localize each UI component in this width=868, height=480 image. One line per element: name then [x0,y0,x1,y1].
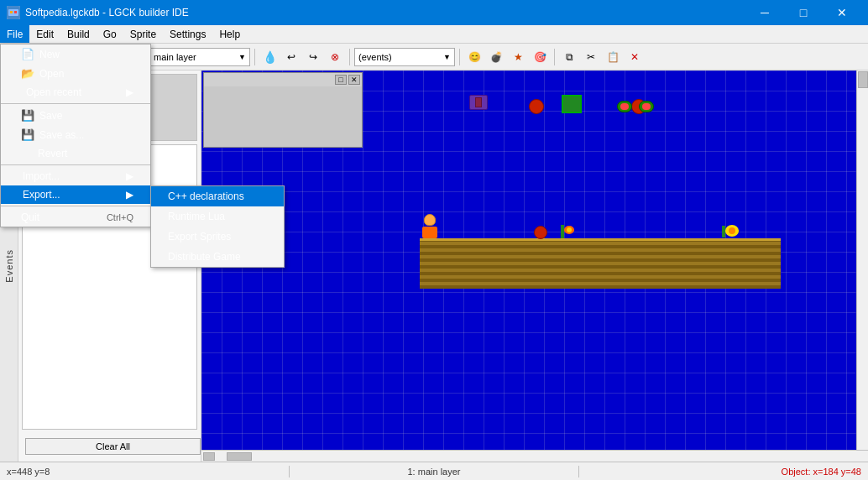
save-as-icon: 💾 [21,128,34,141]
scroll-thumb-h[interactable] [227,452,252,461]
status-coordinates: x=448 y=8 [7,467,282,477]
paste-icon: 📋 [607,51,620,63]
sprite-watermelon2 [638,99,655,114]
sprite-flower2 [722,222,739,242]
star-icon: ★ [514,51,523,63]
menu-export-sprites[interactable]: Export Sprites [151,227,284,247]
menu-help[interactable]: Help [212,25,247,43]
target-icon: 🎯 [534,51,546,63]
menu-go[interactable]: Go [97,25,123,43]
events-dropdown[interactable]: (events) ▼ [354,48,455,66]
sep3 [1,206,150,206]
toolbar-undo-btn[interactable]: ↩ [281,47,301,67]
svg-rect-1 [8,9,18,16]
bomb-icon: 💣 [490,51,503,63]
events-label: Events [4,249,14,283]
export-arrow: ▶ [126,189,133,201]
game-canvas[interactable]: □ ✕ [201,70,868,450]
menu-open[interactable]: 📂 Open [1,64,150,83]
minimize-button[interactable]: ─ [745,0,784,25]
toolbar-paste-btn[interactable]: 📋 [603,47,623,67]
menu-export[interactable]: Export... ▶ [1,185,150,204]
undo-icon: ↩ [287,51,295,63]
svg-rect-2 [10,11,13,13]
menu-quit[interactable]: QuitCtrl+Q [1,208,150,227]
menu-sprite[interactable]: Sprite [123,25,163,43]
menu-import[interactable]: Import... ▶ [1,167,150,185]
menu-save[interactable]: 💾 Save [1,106,150,125]
window-title: Softpedia.lgckdb - LGCK builder IDE [25,7,745,18]
canvas-main-row: □ ✕ [201,70,868,450]
clear-all-container: Clear All [22,435,197,458]
new-icon: 📄 [21,48,34,60]
mini-panel-content [204,86,362,147]
menu-bar: File 📄 New 📂 Open Open recent [0,25,868,44]
menu-export-container: Export... ▶ C++ declarations Runtime Lua… [1,185,150,204]
menu-settings[interactable]: Settings [163,25,212,43]
svg-rect-3 [14,11,17,13]
menu-build[interactable]: Build [60,25,97,43]
menu-distribute-game[interactable]: Distribute Game [151,247,284,267]
toolbar-redo-btn[interactable]: ↪ [303,47,323,67]
sprite-book [468,94,489,111]
menu-cpp-declarations[interactable]: C++ declarations [151,186,284,206]
toolbar-sep5 [459,49,460,65]
toolbar-sep6 [554,49,555,65]
ground-platform [420,238,781,289]
sprite-watermelon1 [616,99,633,114]
menu-runtime-lua[interactable]: Runtime Lua [151,206,284,227]
toolbar-cut-btn[interactable]: ✂ [581,47,601,67]
toolbar-stop-btn[interactable]: ⊗ [325,47,345,67]
sep1 [1,103,150,104]
title-bar: Softpedia.lgckdb - LGCK builder IDE ─ □ … [0,0,868,25]
toolbar-target-btn[interactable]: 🎯 [530,47,550,67]
toolbar-bomb-btn[interactable]: 💣 [486,47,506,67]
redo-icon: ↪ [309,51,317,63]
submenu-arrow: ▶ [126,86,133,98]
close-button[interactable]: ✕ [823,0,861,25]
open-icon: 📂 [21,67,34,80]
mini-panel-titlebar: □ ✕ [204,73,362,86]
file-dropdown-menu: 📄 New 📂 Open Open recent ▶ [0,44,151,227]
export-submenu: C++ declarations Runtime Lua Export Spri… [150,185,285,268]
status-bar: x=448 y=8 1: main layer Object: x=184 y=… [0,462,868,480]
sprite-green-box [561,94,583,114]
status-div2 [578,466,579,477]
menu-open-recent[interactable]: Open recent ▶ [1,83,150,102]
canvas-scrollbar-v[interactable] [856,70,868,450]
status-layer: 1: main layer [296,467,572,477]
status-div1 [289,466,290,477]
layer-dropdown[interactable]: main layer ▼ [149,48,250,66]
toolbar-sep3 [254,49,255,65]
menu-new[interactable]: 📄 New [1,44,150,64]
import-arrow: ▶ [126,170,133,182]
toolbar-delete-btn[interactable]: ✕ [625,47,645,67]
smiley-icon: 😊 [468,51,481,63]
stop-icon: ⊗ [331,51,339,63]
events-dropdown-arrow: ▼ [443,53,451,61]
sep2 [1,164,150,165]
mini-panel: □ ✕ [203,72,363,148]
menu-edit[interactable]: Edit [29,25,60,43]
menu-revert[interactable]: Revert [1,144,150,163]
toolbar-star-btn[interactable]: ★ [508,47,528,67]
toolbar-water-btn[interactable]: 💧 [259,47,280,67]
app-icon [7,6,20,19]
toolbar-copy-btn[interactable]: ⧉ [559,47,579,67]
status-object: Object: x=184 y=48 [586,467,861,477]
menu-save-as[interactable]: 💾 Save as... [1,125,150,144]
save-icon: 💾 [21,109,34,122]
clear-all-button[interactable]: Clear All [25,438,201,455]
window-controls: ─ □ ✕ [745,0,861,25]
menu-file[interactable]: File 📄 New 📂 Open Open recent [0,25,29,43]
canvas-wrapper: □ ✕ [201,70,868,462]
canvas-scrollbar-h[interactable] [201,450,868,462]
mini-panel-restore-btn[interactable]: □ [335,75,347,85]
delete-icon: ✕ [630,51,639,63]
mini-panel-close-btn[interactable]: ✕ [348,75,360,85]
dropdown-arrow-icon: ▼ [238,53,246,61]
toolbar-smiley-btn[interactable]: 😊 [464,47,484,67]
copy-icon: ⧉ [566,51,573,63]
sprite-flower1 [561,222,574,242]
maximize-button[interactable]: □ [784,0,823,25]
